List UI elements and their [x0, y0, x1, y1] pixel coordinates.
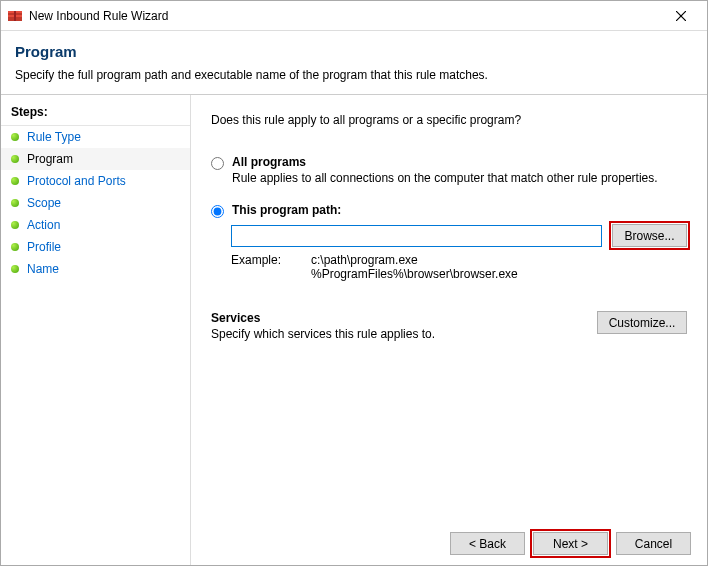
bullet-icon — [11, 221, 19, 229]
browse-button[interactable]: Browse... — [612, 224, 687, 247]
window-title: New Inbound Rule Wizard — [29, 9, 661, 23]
step-action[interactable]: Action — [1, 214, 190, 236]
step-protocol-ports[interactable]: Protocol and Ports — [1, 170, 190, 192]
cancel-button[interactable]: Cancel — [616, 532, 691, 555]
question-text: Does this rule apply to all programs or … — [211, 113, 687, 127]
wizard-footer: < Back Next > Cancel — [191, 522, 707, 565]
all-programs-desc: Rule applies to all connections on the c… — [232, 171, 658, 185]
content-panel: Does this rule apply to all programs or … — [191, 95, 707, 565]
firewall-icon — [7, 8, 23, 24]
bullet-icon — [11, 177, 19, 185]
bullet-icon — [11, 265, 19, 273]
step-profile[interactable]: Profile — [1, 236, 190, 258]
bullet-icon — [11, 155, 19, 163]
example-label: Example: — [231, 253, 311, 281]
option-all-programs: All programs Rule applies to all connect… — [211, 155, 687, 185]
back-button[interactable]: < Back — [450, 532, 525, 555]
wizard-window: New Inbound Rule Wizard Program Specify … — [0, 0, 708, 566]
wizard-header: Program Specify the full program path an… — [1, 31, 707, 95]
page-title: Program — [15, 43, 693, 60]
wizard-body: Steps: Rule Type Program Protocol and Po… — [1, 95, 707, 565]
page-subtitle: Specify the full program path and execut… — [15, 68, 693, 82]
titlebar: New Inbound Rule Wizard — [1, 1, 707, 31]
customize-button[interactable]: Customize... — [597, 311, 687, 334]
step-label: Protocol and Ports — [27, 174, 126, 188]
services-section: Services Specify which services this rul… — [211, 311, 687, 341]
step-label: Program — [27, 152, 73, 166]
all-programs-label: All programs — [232, 155, 658, 169]
step-program[interactable]: Program — [1, 148, 190, 170]
svg-rect-3 — [14, 11, 16, 21]
steps-panel: Steps: Rule Type Program Protocol and Po… — [1, 95, 191, 565]
step-label: Profile — [27, 240, 61, 254]
step-label: Name — [27, 262, 59, 276]
bullet-icon — [11, 199, 19, 207]
option-program-path: This program path: Browse... Example: c:… — [211, 203, 687, 281]
step-scope[interactable]: Scope — [1, 192, 190, 214]
next-button[interactable]: Next > — [533, 532, 608, 555]
step-label: Action — [27, 218, 60, 232]
step-rule-type[interactable]: Rule Type — [1, 126, 190, 148]
radio-program-path[interactable] — [211, 205, 224, 218]
step-name[interactable]: Name — [1, 258, 190, 280]
radio-all-programs[interactable] — [211, 157, 224, 170]
bullet-icon — [11, 133, 19, 141]
services-desc: Specify which services this rule applies… — [211, 327, 435, 341]
services-title: Services — [211, 311, 435, 325]
close-button[interactable] — [661, 2, 701, 30]
bullet-icon — [11, 243, 19, 251]
step-label: Scope — [27, 196, 61, 210]
step-label: Rule Type — [27, 130, 81, 144]
example-text: c:\path\program.exe %ProgramFiles%\brows… — [311, 253, 518, 281]
steps-title: Steps: — [1, 103, 190, 126]
program-path-label: This program path: — [232, 203, 341, 217]
program-path-input[interactable] — [231, 225, 602, 247]
